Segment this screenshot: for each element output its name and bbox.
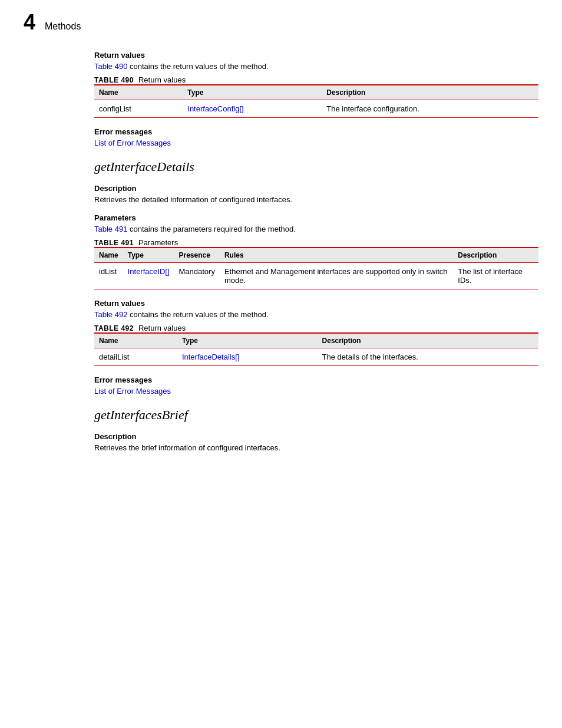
list-of-error-messages-link-2[interactable]: List of Error Messages [94, 387, 171, 396]
chapter-number: 4 [24, 12, 35, 33]
table490-label: TABLE 490 [94, 76, 134, 84]
table492-row1-type: InterfaceDetails[] [177, 348, 318, 366]
table490-link[interactable]: Table 490 [94, 62, 127, 71]
error-messages-label-2: Error messages [94, 375, 538, 384]
getinterfacesbrief-section: Description Retrieves the brief informat… [94, 432, 538, 452]
description-label-2: Description [94, 432, 538, 441]
description-text-1: Retrieves the detailed information of co… [94, 195, 538, 204]
table491-col-name: Name [94, 248, 123, 263]
table492-link[interactable]: Table 492 [94, 310, 127, 319]
description-label-1: Description [94, 184, 538, 193]
getinterfacesbrief-title: getInterfacesBrief [24, 407, 538, 423]
table491-row1-presence: Mandatory [174, 263, 220, 289]
list-of-error-messages-link-1[interactable]: List of Error Messages [94, 139, 171, 147]
table492-col-name: Name [94, 333, 177, 348]
table491-col-rules: Rules [220, 248, 453, 263]
getinterfacedetails-section: Description Retrieves the detailed infor… [94, 184, 538, 396]
table491-row1-rules: Ethernet and Management interfaces are s… [220, 263, 453, 289]
table491-link[interactable]: Table 491 [94, 225, 127, 233]
table492-row1-desc: The details of the interfaces. [318, 348, 538, 366]
table491-col-type: Type [123, 248, 174, 263]
table491-row1-name: idList [94, 263, 123, 289]
table490-desc: Return values [138, 75, 186, 84]
table492: Name Type Description detailList Interfa… [94, 332, 538, 366]
return-values-intro-1: Table 490 contains the return values of … [94, 62, 538, 71]
parameters-label-1: Parameters [94, 213, 538, 222]
chapter-header: 4 Methods [24, 12, 538, 33]
table490-col-desc: Description [322, 85, 538, 100]
return-values-label-1: Return values [94, 51, 538, 60]
table492-label-container: TABLE 492 Return values [94, 324, 538, 332]
error-messages-link-2: List of Error Messages [94, 387, 538, 396]
table-row: detailList InterfaceDetails[] The detail… [94, 348, 538, 366]
description-text-2: Retrieves the brief information of confi… [94, 443, 538, 452]
table492-row1-name: detailList [94, 348, 177, 366]
table491-desc: Parameters [138, 238, 178, 247]
getinterfaceconfig-return-section: Return values Table 490 contains the ret… [94, 51, 538, 147]
parameters-intro-1: Table 491 contains the parameters requir… [94, 225, 538, 233]
table-row: idList InterfaceID[] Mandatory Ethernet … [94, 263, 538, 289]
table490-row1-type: InterfaceConfig[] [183, 100, 322, 118]
table491-label: TABLE 491 [94, 239, 134, 247]
return-values-intro-text-1: contains the return values of the method… [127, 62, 268, 71]
table490-label-container: TABLE 490 Return values [94, 75, 538, 84]
return-values-intro-text-2: contains the return values of the method… [127, 310, 268, 319]
table490-col-name: Name [94, 85, 183, 100]
table492-label: TABLE 492 [94, 324, 134, 332]
getinterfacedetails-title: getInterfaceDetails [24, 159, 538, 174]
chapter-title: Methods [45, 21, 81, 32]
table491-label-container: TABLE 491 Parameters [94, 238, 538, 247]
error-messages-label-1: Error messages [94, 127, 538, 136]
table492-desc: Return values [138, 324, 186, 332]
table490: Name Type Description configList Interfa… [94, 84, 538, 118]
parameters-intro-text-1: contains the parameters required for the… [127, 225, 295, 233]
table491-row1-desc: The list of interface IDs. [453, 263, 538, 289]
table490-col-type: Type [183, 85, 322, 100]
error-messages-link-1: List of Error Messages [94, 139, 538, 147]
table490-row1-desc: The interface configuration. [322, 100, 538, 118]
table491-col-desc: Description [453, 248, 538, 263]
return-values-intro-2: Table 492 contains the return values of … [94, 310, 538, 319]
table491-row1-type: InterfaceID[] [123, 263, 174, 289]
table-row: configList InterfaceConfig[] The interfa… [94, 100, 538, 118]
table492-col-type: Type [177, 333, 318, 348]
table492-col-desc: Description [318, 333, 538, 348]
table491: Name Type Presence Rules Description idL… [94, 247, 538, 289]
return-values-label-2: Return values [94, 299, 538, 308]
table491-col-presence: Presence [174, 248, 220, 263]
table490-row1-name: configList [94, 100, 183, 118]
